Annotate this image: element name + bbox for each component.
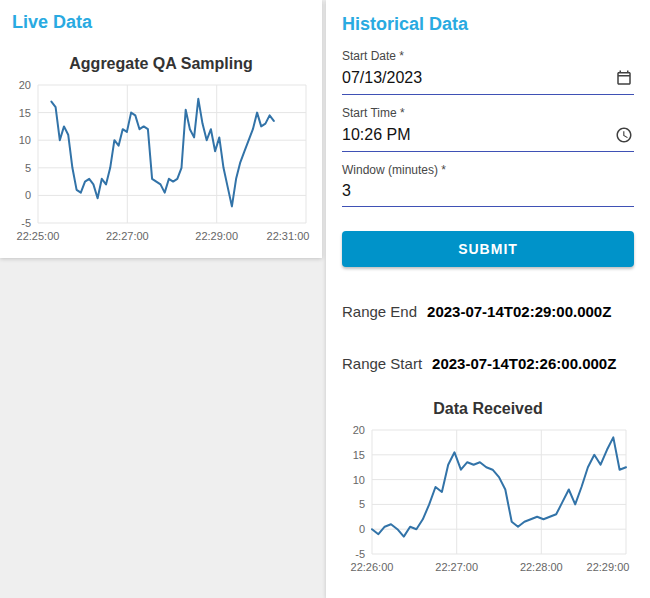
historical-chart-canvas: -50510152022:26:0022:27:0022:28:0022:29:…: [342, 422, 634, 584]
historical-chart: Data Received -50510152022:26:0022:27:00…: [342, 400, 634, 584]
window-minutes-label: Window (minutes) *: [342, 163, 634, 177]
start-date-field: Start Date *: [342, 49, 634, 95]
start-time-input-row: [342, 120, 634, 152]
historical-chart-title: Data Received: [342, 400, 634, 418]
svg-text:0: 0: [25, 189, 31, 201]
range-end-value: 2023-07-14T02:29:00.000Z: [427, 303, 611, 320]
svg-text:22:27:00: 22:27:00: [106, 230, 149, 242]
start-date-label: Start Date *: [342, 49, 634, 63]
svg-text:15: 15: [353, 449, 365, 461]
svg-text:22:25:00: 22:25:00: [17, 230, 60, 242]
range-start-value: 2023-07-14T02:26:00.000Z: [432, 355, 616, 372]
svg-text:10: 10: [353, 474, 365, 486]
svg-text:20: 20: [19, 79, 31, 91]
historical-data-panel: Historical Data Start Date * Start Time …: [326, 0, 650, 598]
start-date-input[interactable]: [342, 69, 614, 87]
svg-text:22:29:00: 22:29:00: [195, 230, 238, 242]
live-data-heading: Live Data: [8, 12, 314, 33]
range-start-row: Range Start 2023-07-14T02:26:00.000Z: [342, 355, 634, 372]
window-minutes-input-row: [342, 177, 634, 207]
live-data-panel: Live Data Aggregate QA Sampling -5051015…: [0, 0, 322, 258]
svg-text:5: 5: [359, 498, 365, 510]
historical-data-heading: Historical Data: [342, 14, 634, 35]
svg-text:5: 5: [25, 162, 31, 174]
svg-text:22:31:00: 22:31:00: [267, 230, 310, 242]
start-time-label: Start Time *: [342, 106, 634, 120]
range-end-label: Range End: [342, 303, 417, 320]
start-time-field: Start Time *: [342, 106, 634, 152]
app-root: Live Data Aggregate QA Sampling -5051015…: [0, 0, 650, 598]
svg-text:-5: -5: [355, 548, 365, 560]
start-time-input[interactable]: [342, 126, 614, 144]
live-chart: Aggregate QA Sampling -50510152022:25:00…: [8, 55, 314, 253]
calendar-icon[interactable]: [614, 68, 634, 88]
live-chart-title: Aggregate QA Sampling: [8, 55, 314, 73]
svg-text:22:27:00: 22:27:00: [435, 561, 478, 573]
svg-text:15: 15: [19, 107, 31, 119]
svg-text:-5: -5: [21, 217, 31, 229]
svg-text:22:28:00: 22:28:00: [520, 561, 563, 573]
svg-text:0: 0: [359, 523, 365, 535]
clock-icon[interactable]: [614, 125, 634, 145]
live-data-column: Live Data Aggregate QA Sampling -5051015…: [0, 0, 322, 598]
window-minutes-input[interactable]: [342, 182, 634, 200]
svg-text:20: 20: [353, 424, 365, 436]
submit-button[interactable]: SUBMIT: [342, 231, 634, 267]
svg-text:22:29:00: 22:29:00: [587, 561, 630, 573]
svg-text:22:26:00: 22:26:00: [351, 561, 394, 573]
svg-text:10: 10: [19, 134, 31, 146]
live-chart-canvas: -50510152022:25:0022:27:0022:29:0022:31:…: [8, 77, 314, 253]
start-date-input-row: [342, 63, 634, 95]
range-start-label: Range Start: [342, 355, 422, 372]
range-end-row: Range End 2023-07-14T02:29:00.000Z: [342, 303, 634, 320]
window-minutes-field: Window (minutes) *: [342, 163, 634, 207]
